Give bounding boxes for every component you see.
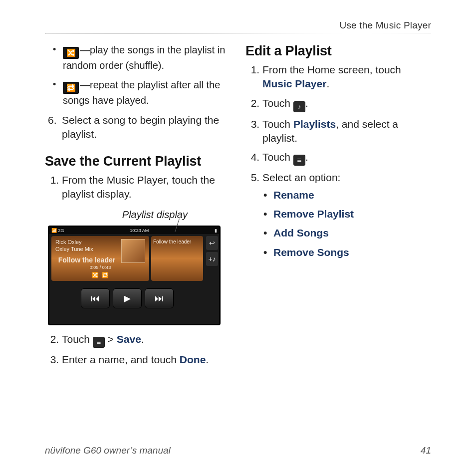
save-playlist-steps-cont: Touch > Save. Enter a name, and touch Do… — [45, 332, 231, 367]
prev-button[interactable]: ⏮ — [81, 288, 110, 308]
music-note-icon — [293, 101, 305, 112]
playlist-display-title: Follow the leader — [153, 239, 191, 244]
player-elapsed: 0:05 / 0:43 — [55, 265, 145, 270]
player-row: Rick Oxley Oxley Tune Mix Follow the lea… — [49, 234, 205, 282]
player-mini-icons: 🔀🔁 — [55, 272, 145, 278]
edit-step-1: From the Home screen, touch Music Player… — [262, 63, 431, 91]
edit-playlist-steps: From the Home screen, touch Music Player… — [245, 63, 431, 259]
e5-text: Select an option: — [262, 172, 340, 183]
figure-caption: Playlist display — [45, 209, 231, 221]
menu-icon-2 — [293, 155, 305, 166]
e4-end: . — [305, 151, 308, 163]
save2-end: . — [141, 333, 144, 345]
figure-leader-line — [45, 220, 231, 226]
figure-playlist-display: Playlist display 📶 3G 10:33 AM ▮ — [45, 209, 231, 325]
player-left-panel: Rick Oxley Oxley Tune Mix Follow the lea… — [51, 236, 149, 281]
shuffle-icon — [63, 47, 79, 59]
statusbar-time: 10:33 AM — [130, 227, 149, 234]
signal-text: 📶 3G — [51, 227, 64, 234]
e1-pre: From the Home screen, touch — [262, 64, 401, 75]
steps-continuation: Select a song to begin playing the playl… — [45, 113, 231, 142]
playlists-link: Playlists — [293, 118, 336, 130]
save3-pre: Enter a name, and touch — [62, 354, 180, 365]
e4-pre: Touch — [262, 151, 293, 163]
save-playlist-steps: From the Music Player, touch the playlis… — [45, 173, 231, 202]
edit-step-5: Select an option: Rename Remove Playlist… — [262, 171, 431, 259]
edit-step-2: Touch . — [262, 96, 431, 112]
repeat-desc: —repeat the playlist after all the songs… — [63, 79, 220, 106]
device-screenshot: 📶 3G 10:33 AM ▮ Rick Oxley Oxley Tune Mi… — [48, 226, 221, 325]
done-link: Done — [180, 354, 206, 365]
save-step-1: From the Music Player, touch the playlis… — [62, 173, 231, 202]
edit-step-4: Touch . — [262, 150, 431, 166]
device-side-icons: ↩ +♪ — [205, 234, 219, 316]
save-step-3: Enter a name, and touch Done. — [62, 353, 231, 367]
statusbar-battery: ▮ — [215, 227, 217, 234]
repeat-icon — [63, 82, 79, 94]
back-icon[interactable]: ↩ — [206, 236, 218, 250]
opt-rename: Rename — [273, 189, 314, 201]
running-head: Use the Music Player — [45, 20, 431, 33]
save2-mid: > — [105, 333, 117, 345]
step-6: Select a song to begin playing the playl… — [62, 113, 231, 142]
left-column: —play the songs in the playlist in rando… — [45, 43, 231, 375]
next-button[interactable]: ⏭ — [145, 288, 174, 308]
album-art — [121, 239, 145, 263]
save-link: Save — [117, 333, 141, 345]
page-footer: nüvifone G60 owner’s manual 41 — [45, 445, 431, 456]
icon-bullet-list: —play the songs in the playlist in rando… — [45, 43, 231, 107]
footer-manual-title: nüvifone G60 owner’s manual — [45, 445, 171, 456]
edit-step-3: Touch Playlists, and select a playlist. — [262, 117, 431, 146]
e2-end: . — [305, 97, 308, 109]
menu-icon — [93, 337, 105, 348]
footer-page-number: 41 — [421, 445, 431, 456]
music-player-link: Music Player — [262, 78, 326, 89]
repeat-bullet: —repeat the playlist after all the songs… — [63, 78, 231, 107]
save3-end: . — [206, 354, 209, 365]
heading-save-playlist: Save the Current Playlist — [45, 154, 231, 169]
playlist-display-panel: Follow the leader — [151, 236, 203, 281]
right-column: Edit a Playlist From the Home screen, to… — [245, 43, 431, 375]
add-song-icon[interactable]: +♪ — [206, 252, 218, 266]
heading-edit-playlist: Edit a Playlist — [245, 43, 431, 59]
e3-pre: Touch — [262, 118, 293, 130]
mini-shuffle-icon: 🔀 — [92, 272, 99, 278]
opt-remove-songs: Remove Songs — [273, 246, 349, 258]
opt-remove-playlist: Remove Playlist — [273, 208, 354, 220]
e1-end: . — [326, 78, 329, 89]
shuffle-desc: —play the songs in the playlist in rando… — [63, 44, 225, 71]
shuffle-bullet: —play the songs in the playlist in rando… — [63, 43, 231, 72]
device-statusbar: 📶 3G 10:33 AM ▮ — [49, 227, 219, 234]
mini-repeat-icon: 🔁 — [102, 272, 109, 278]
player-controls: ⏮ ▶ ⏭ — [49, 282, 205, 316]
edit-options: Rename Remove Playlist Add Songs Remove … — [262, 188, 431, 259]
play-button[interactable]: ▶ — [113, 288, 142, 308]
save-step-2: Touch > Save. — [62, 332, 231, 348]
save2-pre: Touch — [62, 333, 93, 345]
opt-add-songs: Add Songs — [273, 227, 329, 238]
e2-pre: Touch — [262, 97, 293, 109]
